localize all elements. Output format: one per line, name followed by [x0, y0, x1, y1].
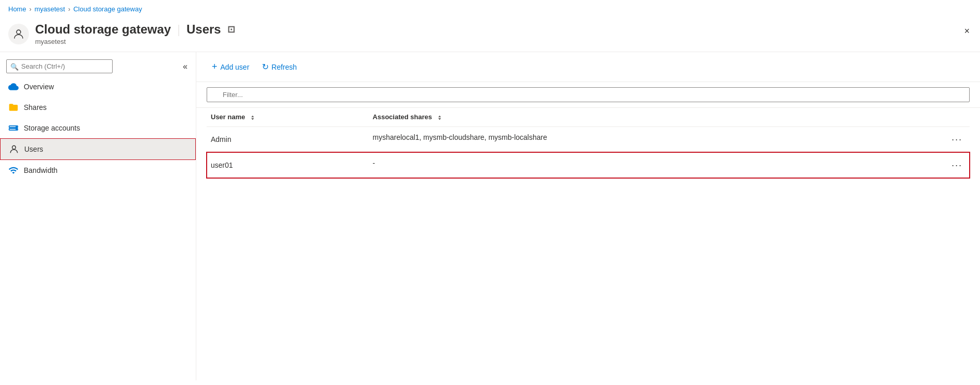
- filter-input[interactable]: [207, 87, 970, 102]
- sidebar: 🔍 « Overview Shares: [0, 52, 196, 380]
- add-user-label: Add user: [221, 63, 250, 71]
- svg-point-0: [17, 30, 21, 34]
- header-page-name: Users: [186, 22, 221, 37]
- breadcrumb-myasetest[interactable]: myasetest: [35, 5, 65, 13]
- cell-username-user01: user01: [207, 152, 368, 178]
- storage-icon: [8, 123, 19, 133]
- refresh-button[interactable]: ↻ Refresh: [257, 59, 302, 75]
- sidebar-item-storage-label: Storage accounts: [24, 124, 80, 132]
- search-wrapper: 🔍: [6, 59, 177, 73]
- cell-username-admin: Admin: [207, 126, 368, 152]
- svg-point-5: [12, 146, 16, 149]
- col-associated-shares: Associated shares: [368, 108, 970, 126]
- username-sort-icon[interactable]: [249, 114, 256, 121]
- users-table: User name Associated shares: [207, 108, 970, 179]
- user-icon: [9, 144, 19, 154]
- refresh-icon: ↻: [262, 62, 269, 72]
- table-header-row: User name Associated shares: [207, 108, 970, 126]
- table-row: Admin mysharelocal1, mysmb-cloudshare, m…: [207, 126, 970, 152]
- header-title: Cloud storage gateway | Users ⊡: [35, 22, 972, 37]
- folder-icon: [8, 102, 19, 113]
- col-shares-label: Associated shares: [372, 113, 432, 121]
- close-button[interactable]: ×: [964, 26, 970, 36]
- shares-sort-icon[interactable]: [436, 114, 443, 121]
- sidebar-item-shares[interactable]: Shares: [0, 97, 196, 118]
- sidebar-item-overview-label: Overview: [24, 83, 54, 91]
- header-subtitle: myasetest: [35, 38, 972, 45]
- header-resource-name: Cloud storage gateway: [35, 22, 171, 37]
- breadcrumb: Home › myasetest › Cloud storage gateway: [0, 0, 980, 18]
- sidebar-item-storage-accounts[interactable]: Storage accounts: [0, 118, 196, 138]
- refresh-label: Refresh: [272, 63, 297, 71]
- feedback-icon[interactable]: ⊡: [227, 24, 235, 35]
- sidebar-search-container: 🔍 «: [0, 56, 196, 76]
- content-area: + Add user ↻ Refresh 🔍 User name: [196, 52, 980, 380]
- header-separator: |: [177, 22, 180, 37]
- breadcrumb-cloud-storage[interactable]: Cloud storage gateway: [73, 5, 142, 13]
- page-icon: [8, 24, 29, 44]
- sidebar-item-users[interactable]: Users: [0, 138, 196, 160]
- add-icon: +: [212, 61, 217, 72]
- sidebar-item-shares-label: Shares: [24, 103, 46, 111]
- page-header: Cloud storage gateway | Users ⊡ myasetes…: [0, 18, 980, 52]
- filter-wrapper: 🔍: [207, 87, 970, 102]
- table-row: user01 - ···: [207, 152, 970, 178]
- breadcrumb-sep-2: ›: [68, 6, 70, 13]
- breadcrumb-sep-1: ›: [29, 6, 32, 13]
- wifi-icon: [8, 165, 19, 175]
- sidebar-item-bandwidth-label: Bandwidth: [24, 166, 57, 174]
- col-username-label: User name: [211, 113, 245, 121]
- filter-bar: 🔍: [196, 82, 980, 108]
- more-options-admin[interactable]: ···: [948, 133, 966, 146]
- sidebar-item-users-label: Users: [24, 145, 43, 153]
- sidebar-item-bandwidth[interactable]: Bandwidth: [0, 160, 196, 181]
- table-wrapper: User name Associated shares: [196, 108, 980, 179]
- svg-point-3: [16, 126, 17, 127]
- main-layout: 🔍 « Overview Shares: [0, 52, 980, 380]
- toolbar: + Add user ↻ Refresh: [196, 52, 980, 82]
- cell-shares-user01: - ···: [368, 152, 970, 178]
- search-input[interactable]: [6, 59, 113, 73]
- cell-shares-admin: mysharelocal1, mysmb-cloudshare, mysmb-l…: [368, 126, 970, 152]
- add-user-button[interactable]: + Add user: [207, 58, 255, 75]
- col-username: User name: [207, 108, 368, 126]
- cloud-icon: [8, 82, 19, 92]
- sidebar-item-overview[interactable]: Overview: [0, 76, 196, 97]
- svg-point-4: [16, 129, 17, 130]
- more-options-user01[interactable]: ···: [948, 159, 966, 172]
- header-title-block: Cloud storage gateway | Users ⊡ myasetes…: [35, 22, 972, 45]
- breadcrumb-home[interactable]: Home: [8, 5, 26, 13]
- collapse-button[interactable]: «: [181, 60, 190, 73]
